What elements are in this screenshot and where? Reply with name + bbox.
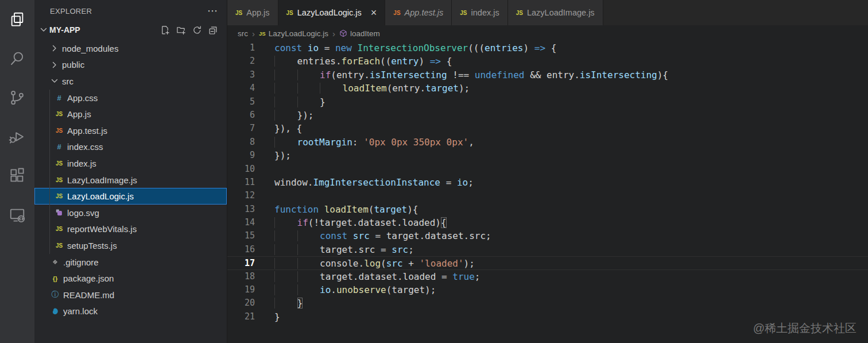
code-token: = [440,177,457,188]
line-number: 11 [227,176,255,189]
extensions-icon[interactable] [0,156,34,195]
code-line-3[interactable]: 3 if(entry.isIntersecting !== undefined … [227,68,868,82]
breadcrumb-item-LazyLoadLogic.js[interactable]: JSLazyLoadLogic.js [259,29,328,38]
remote-explorer-icon[interactable] [0,195,34,234]
code-line-18[interactable]: 18 target.dataset.loaded = true; [227,270,868,283]
new-folder-icon[interactable] [176,25,186,35]
file-type-icon: JS [54,111,64,117]
file-label: App.css [67,93,98,103]
breadcrumb-separator: › [252,29,255,38]
code-token: } [320,97,326,107]
code-line-14[interactable]: 14 if(!target.dataset.loaded){ [227,216,868,229]
code-line-19[interactable]: 19 io.unobserve(target); [227,283,868,296]
breadcrumb-item-loadItem[interactable]: loadItem [339,29,380,38]
source-control-icon[interactable] [0,78,34,117]
line-number: 3 [227,68,255,82]
code-line-11[interactable]: 11window.ImgIntersectionInstance = io; [227,176,868,189]
tab-index.js[interactable]: JSindex.js [452,0,507,25]
tree-folder-node_modules[interactable]: node_modules [34,40,227,57]
editor-area: JSApp.jsJSLazyLoadLogic.js×JSApp.test.js… [227,0,868,343]
code-line-16[interactable]: 16 target.src = src; [227,243,868,256]
more-actions-icon[interactable]: ⋯ [207,6,218,16]
code-line-12[interactable]: 12 [227,189,868,202]
code-line-4[interactable]: 4 loadItem(entry.target); [227,82,868,95]
indent-guide [320,83,343,94]
tree-file-logo.svg[interactable]: logo.svg [34,205,227,221]
breadcrumb-item-src[interactable]: src [238,29,248,38]
code-line-10[interactable]: 10 [227,163,868,176]
tree-file-yarn.lock[interactable]: yarn.lock [34,303,227,320]
tab-App.js[interactable]: JSApp.js [227,0,278,25]
code-line-2[interactable]: 2 entries.forEach((entry) => { [227,55,868,68]
line-number: 17 [227,257,255,269]
code-line-15[interactable]: 15 const src = target.dataset.src; [227,229,868,242]
refresh-icon[interactable] [192,25,202,35]
file-type-icon [50,258,60,266]
code-line-6[interactable]: 6 }); [227,109,868,122]
run-and-debug-icon[interactable] [0,117,34,156]
tree-file-LazyLoadLogic.js[interactable]: JSLazyLoadLogic.js [34,188,227,205]
line-number: 16 [227,243,255,256]
code-token: : [352,137,363,148]
tree-file-package.json[interactable]: {}package.json [34,270,227,287]
line-number: 4 [227,82,255,95]
code-token: ) [418,56,429,67]
code-line-17[interactable]: 17 console.log(src + 'loaded'); [227,256,868,269]
explorer-toolbar [160,25,227,35]
collapse-all-icon[interactable] [208,25,218,35]
tab-App.test.js[interactable]: JSApp.test.js [385,0,452,25]
code-token: console. [320,258,364,269]
code-token: forEach [342,56,380,67]
code-token: ; [468,177,474,188]
code-line-21[interactable]: 21} [227,310,868,323]
file-type-icon: JS [54,128,64,134]
tree-file-App.test.js[interactable]: JSApp.test.js [34,122,227,139]
project-root-row[interactable]: MY-APP [34,22,227,38]
tree-indent-guide [49,205,50,221]
code-token: const [320,230,353,241]
code-line-8[interactable]: 8 rootMargin: '0px 0px 350px 0px', [227,136,868,149]
code-token: entries [485,43,523,53]
tree-file-App.css[interactable]: #App.css [34,90,227,106]
tree-indent-guide [49,106,50,122]
breadcrumb-label: loadItem [350,29,380,38]
close-icon[interactable]: × [371,7,377,18]
search-icon[interactable] [0,39,34,78]
tab-LazyLoadLogic.js[interactable]: JSLazyLoadLogic.js× [278,0,386,25]
tree-indent-guide [49,122,50,139]
tree-indent-guide [49,155,50,172]
tree-file-README.md[interactable]: ⓘREADME.md [34,287,227,303]
sidebar-title: EXPLORER [50,7,92,16]
tree-folder-src[interactable]: src [34,73,227,90]
code-token: entry [391,56,418,67]
code-line-1[interactable]: 1const io = new IntersectionObserver(((e… [227,41,868,55]
tree-folder-public[interactable]: public [34,57,227,74]
code-line-7[interactable]: 7}), { [227,122,868,135]
tab-LazyLoadImage.js[interactable]: JSLazyLoadImage.js [508,0,603,25]
indent-guide [274,137,297,148]
code-line-5[interactable]: 5 } [227,95,868,109]
code-token: => [430,56,441,67]
indent-guide [274,83,297,94]
tree-file-.gitignore[interactable]: .gitignore [34,254,227,271]
code-line-13[interactable]: 13function loadItem(target){ [227,203,868,216]
code-line-9[interactable]: 9}); [227,149,868,162]
tree-file-index.css[interactable]: #index.css [34,139,227,156]
explorer-icon[interactable] [0,0,34,39]
code-editor[interactable]: 1const io = new IntersectionObserver(((e… [227,41,868,343]
line-number: 6 [227,109,255,122]
code-line-20[interactable]: 20 } [227,296,868,310]
line-number: 21 [227,310,255,323]
tree-file-reportWebVitals.js[interactable]: JSreportWebVitals.js [34,221,227,238]
tab-label: index.js [471,8,499,17]
code-token: src [353,230,370,241]
new-file-icon[interactable] [160,25,170,35]
indent-guide [274,284,297,295]
tree-file-App.js[interactable]: JSApp.js [34,106,227,122]
tree-file-LazyLoadImage.js[interactable]: JSLazyLoadImage.js [34,172,227,188]
tree-file-setupTests.js[interactable]: JSsetupTests.js [34,237,227,254]
tree-file-index.js[interactable]: JSindex.js [34,155,227,172]
file-type-icon: JS [54,226,64,232]
line-number: 20 [227,296,255,310]
file-label: src [62,76,73,86]
